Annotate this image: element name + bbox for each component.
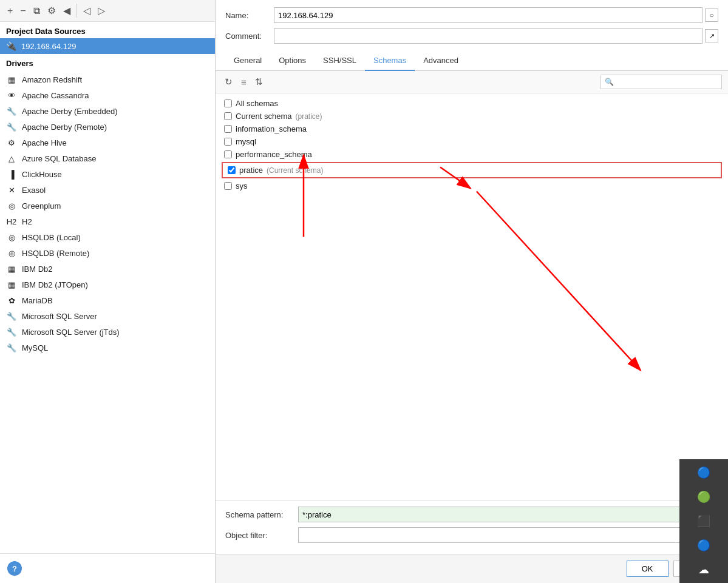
schema-label-current_schema[interactable]: Current schema — [236, 112, 291, 121]
comment-label: Comment: — [225, 32, 274, 41]
driver-name: MariaDB — [22, 296, 53, 305]
comment-row: Comment: ↗ — [225, 28, 718, 44]
driver-item-h2[interactable]: H2H2 — [0, 214, 215, 229]
bluetooth-icon[interactable]: 🔵 — [694, 463, 713, 482]
selected-datasource[interactable]: 🔌 192.168.64.129 — [0, 38, 215, 54]
driver-name: ClickHouse — [22, 170, 62, 179]
uncheck-all-button[interactable]: ⇅ — [252, 75, 266, 89]
project-sources-header: Project Data Sources — [0, 22, 215, 38]
action-buttons: OK Cancel 🔵 🟢 ⬛ 🔵 ☁ — [216, 554, 728, 583]
driver-item-mariadb[interactable]: ✿MariaDB — [0, 292, 215, 308]
tab-schemas[interactable]: Schemas — [365, 51, 415, 71]
name-row: Name: ○ — [225, 7, 718, 23]
help-button[interactable]: ? — [7, 561, 22, 576]
driver-item-amazonredshift[interactable]: ▦Amazon Redshift — [0, 72, 215, 87]
tab-general[interactable]: General — [225, 51, 270, 71]
network-icon[interactable]: 🟢 — [694, 487, 713, 507]
driver-name: Exasol — [22, 186, 46, 195]
driver-item-microsoftsqlserver[interactable]: 🔧Microsoft SQL Server — [0, 308, 215, 324]
object-filter-label: Object filter: — [225, 531, 298, 540]
drivers-header: Drivers — [0, 54, 215, 70]
schema-label-sys[interactable]: sys — [236, 181, 248, 190]
schema-checkbox-information_schema[interactable] — [224, 125, 232, 133]
schema-checkbox-mysql[interactable] — [224, 138, 232, 146]
driver-name: Azure SQL Database — [22, 154, 96, 163]
schema-search-input[interactable] — [600, 75, 722, 89]
remove-button[interactable]: − — [18, 4, 28, 18]
schema-checkbox-all_schemas[interactable] — [224, 99, 232, 107]
object-filter-input[interactable] — [298, 527, 718, 543]
driver-icon: 🔧 — [6, 326, 17, 337]
driver-name: MySQL — [22, 343, 48, 352]
driver-icon: ▦ — [6, 74, 17, 85]
driver-icon: ◎ — [6, 200, 17, 211]
driver-item-mysql[interactable]: 🔧MySQL — [0, 340, 215, 356]
tab-advanced[interactable]: Advanced — [415, 51, 467, 71]
tab-options[interactable]: Options — [270, 51, 315, 71]
toolbar-divider — [77, 4, 77, 18]
driver-item-ibmdb2(jtopen)[interactable]: ▦IBM Db2 (JTOpen) — [0, 277, 215, 292]
driver-name: H2 — [22, 217, 32, 226]
comment-input[interactable] — [274, 28, 702, 44]
schema-item-all_schemas: All schemas — [222, 97, 722, 110]
mail-icon[interactable]: 🔵 — [694, 536, 713, 555]
system-tray: 🔵 🟢 ⬛ 🔵 ☁ — [679, 459, 728, 583]
ok-button[interactable]: OK — [627, 561, 668, 577]
schema-label-mysql[interactable]: mysql — [236, 137, 256, 146]
refresh-button[interactable]: ↻ — [222, 75, 236, 89]
driver-name: IBM Db2 (JTOpen) — [22, 280, 88, 289]
driver-item-apachederby(remote)[interactable]: 🔧Apache Derby (Remote) — [0, 119, 215, 135]
driver-name: Apache Derby (Remote) — [22, 123, 107, 132]
schema-checkbox-performance_schema[interactable] — [224, 150, 232, 158]
driver-icon: 🔧 — [6, 311, 17, 322]
collapse-button[interactable]: ◀ — [61, 4, 73, 18]
driver-icon: ⚙ — [6, 137, 17, 148]
driver-item-exasol[interactable]: ✕Exasol — [0, 182, 215, 198]
driver-item-apachederby(embedded)[interactable]: 🔧Apache Derby (Embedded) — [0, 103, 215, 119]
driver-item-greenplum[interactable]: ◎Greenplum — [0, 198, 215, 214]
schema-list: All schemasCurrent schema (pratice)infor… — [216, 93, 728, 500]
bottom-form: Schema pattern: Object filter: — [216, 500, 728, 554]
schema-label-all_schemas[interactable]: All schemas — [236, 99, 278, 108]
form-section: Name: ○ Comment: ↗ — [216, 0, 728, 49]
cloud-icon[interactable]: ☁ — [694, 560, 713, 579]
tab-sshssl[interactable]: SSH/SSL — [315, 51, 365, 71]
back-button[interactable]: ◁ — [81, 4, 93, 18]
comment-expand-button[interactable]: ↗ — [705, 29, 718, 42]
check-all-button[interactable]: ≡ — [238, 76, 250, 89]
settings-button[interactable]: ⚙ — [45, 4, 58, 18]
schema-label-information_schema[interactable]: information_schema — [236, 124, 307, 133]
left-bottom-bar: ? — [0, 553, 215, 583]
driver-item-hsqldb(local)[interactable]: ◎HSQLDB (Local) — [0, 229, 215, 245]
forward-button[interactable]: ▷ — [95, 4, 107, 18]
driver-name: Apache Cassandra — [22, 91, 89, 100]
driver-name: Apache Derby (Embedded) — [22, 107, 118, 116]
driver-icon: 🔧 — [6, 121, 17, 132]
schema-pattern-row: Schema pattern: — [225, 507, 718, 522]
driver-item-azuresqldatabase[interactable]: △Azure SQL Database — [0, 150, 215, 166]
name-expand-button[interactable]: ○ — [705, 8, 718, 22]
schema-item-pratice: pratice (Current schema) — [222, 162, 722, 178]
driver-icon: 🔧 — [6, 106, 17, 116]
schema-item-performance_schema: performance_schema — [222, 148, 722, 161]
driver-name: IBM Db2 — [22, 265, 53, 274]
usb-icon[interactable]: ⬛ — [694, 511, 713, 531]
name-input[interactable] — [274, 7, 702, 23]
driver-icon: ▦ — [6, 279, 17, 290]
object-filter-row: Object filter: — [225, 527, 718, 543]
driver-icon: H2 — [6, 216, 17, 227]
schema-label-pratice[interactable]: pratice — [239, 166, 263, 175]
schema-checkbox-current_schema[interactable] — [224, 112, 232, 120]
driver-item-apachehive[interactable]: ⚙Apache Hive — [0, 135, 215, 150]
driver-item-apachecassandra[interactable]: 👁Apache Cassandra — [0, 87, 215, 103]
driver-item-clickhouse[interactable]: ▐ClickHouse — [0, 166, 215, 182]
driver-item-hsqldb(remote)[interactable]: ◎HSQLDB (Remote) — [0, 245, 215, 261]
driver-item-microsoftsqlserver(jtds)[interactable]: 🔧Microsoft SQL Server (jTds) — [0, 324, 215, 340]
add-button[interactable]: + — [5, 4, 15, 18]
schema-label-performance_schema[interactable]: performance_schema — [236, 150, 312, 159]
duplicate-button[interactable]: ⧉ — [31, 4, 43, 18]
driver-item-ibmdb2[interactable]: ▦IBM Db2 — [0, 261, 215, 277]
schema-checkbox-sys[interactable] — [224, 182, 232, 190]
schema-pattern-input[interactable] — [298, 507, 718, 522]
schema-checkbox-pratice[interactable] — [228, 166, 236, 174]
